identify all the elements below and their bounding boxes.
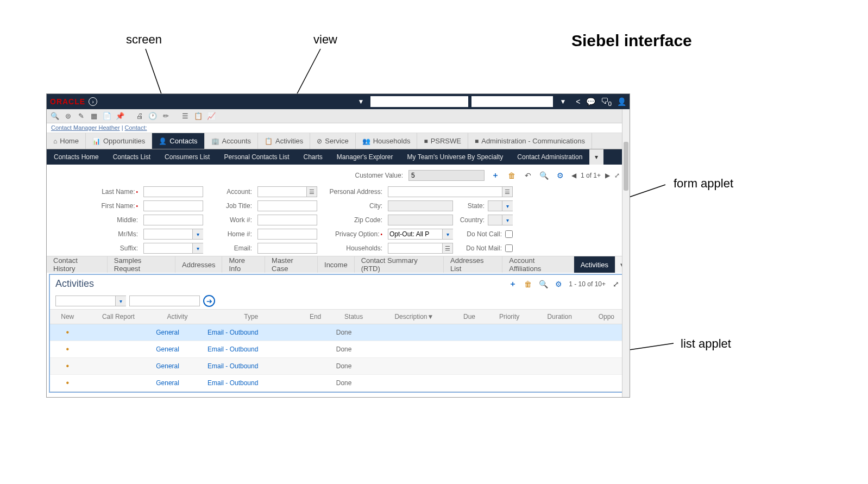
list-filter-input[interactable] bbox=[129, 296, 200, 306]
toolbar-print-icon[interactable]: 🖨 bbox=[134, 110, 146, 122]
breadcrumb-link-1[interactable]: Contact Manager Heather bbox=[51, 124, 120, 131]
chk-do-not-call[interactable] bbox=[505, 230, 513, 238]
view-tab-consumers-list[interactable]: Consumers List bbox=[158, 149, 217, 165]
toolbar-edit-icon[interactable]: ✎ bbox=[75, 110, 87, 122]
mrms-caret-icon[interactable]: ▾ bbox=[192, 229, 203, 240]
view-tab-my-team-s-universe-by-specialty[interactable]: My Team's Universe By Specialty bbox=[400, 149, 511, 165]
col-duration[interactable]: Duration bbox=[533, 310, 587, 324]
pager-next-icon[interactable]: ▶ bbox=[605, 172, 610, 179]
screen-tab-administration---communications[interactable]: ■Administration - Communications bbox=[468, 133, 592, 149]
chat-icon[interactable]: 💬 bbox=[586, 97, 595, 106]
view-tab-personal-contacts-list[interactable]: Personal Contacts List bbox=[217, 149, 296, 165]
col-new[interactable]: New bbox=[50, 310, 85, 324]
cell-activity[interactable]: General bbox=[156, 329, 179, 336]
col-end[interactable]: End bbox=[299, 310, 331, 324]
col-type[interactable]: Type bbox=[203, 310, 299, 324]
search-dropdown-caret[interactable]: ▼ bbox=[556, 98, 569, 105]
view-tab-manager-s-explorer[interactable]: Manager's Explorer bbox=[330, 149, 400, 165]
toolbar-pencil-icon[interactable]: ✏ bbox=[160, 110, 172, 122]
list-filter-go-icon[interactable]: ➔ bbox=[203, 295, 215, 307]
pager-expand-icon[interactable]: ⤢ bbox=[614, 172, 620, 179]
col-priority[interactable]: Priority bbox=[486, 310, 533, 324]
privacy-caret-icon[interactable]: ▾ bbox=[442, 229, 453, 240]
table-row[interactable]: •GeneralEmail - OutboundDone bbox=[50, 375, 626, 392]
table-row[interactable]: •GeneralEmail - OutboundDone bbox=[50, 341, 626, 358]
input-middle[interactable] bbox=[143, 215, 203, 225]
screen-tab-home[interactable]: ⌂Home bbox=[47, 133, 86, 149]
toolbar-copy-icon[interactable]: 📋 bbox=[192, 110, 204, 122]
view-tab-contacts-home[interactable]: Contacts Home bbox=[47, 149, 106, 165]
input-zip[interactable] bbox=[388, 215, 453, 225]
pick-address-icon[interactable]: ☰ bbox=[502, 186, 513, 197]
detail-tab-addresses[interactable]: Addresses bbox=[175, 256, 222, 273]
notifications-icon[interactable]: 🗨0 bbox=[601, 97, 612, 107]
form-new-icon[interactable]: ＋ bbox=[490, 170, 501, 181]
cell-type[interactable]: Email - Outbound bbox=[207, 345, 258, 353]
cell-type[interactable]: Email - Outbound bbox=[207, 362, 258, 370]
view-tab-more[interactable]: ▾ bbox=[589, 149, 603, 165]
input-job-title[interactable] bbox=[257, 200, 317, 211]
toolbar-search-icon[interactable]: 🔍 bbox=[49, 110, 61, 122]
col-description-[interactable]: Description▼ bbox=[375, 310, 452, 324]
detail-tab-addresses-list[interactable]: Addresses List bbox=[444, 256, 502, 273]
suffix-caret-icon[interactable]: ▾ bbox=[192, 243, 203, 254]
toolbar-chart-icon[interactable]: 📈 bbox=[205, 110, 217, 122]
view-tab-contacts-list[interactable]: Contacts List bbox=[106, 149, 158, 165]
toolbar-pin-icon[interactable]: 📌 bbox=[114, 110, 126, 122]
table-row[interactable]: •GeneralEmail - OutboundDone bbox=[50, 358, 626, 375]
table-row[interactable]: •GeneralEmail - OutboundDone bbox=[50, 324, 626, 341]
country-caret-icon[interactable]: ▾ bbox=[502, 215, 513, 225]
form-query-icon[interactable]: 🔍 bbox=[539, 170, 550, 181]
list-expand-icon[interactable]: ⤢ bbox=[611, 280, 621, 288]
form-delete-icon[interactable]: 🗑 bbox=[506, 170, 517, 181]
detail-tab-activities[interactable]: Activities bbox=[574, 256, 615, 273]
input-last-name[interactable] bbox=[143, 186, 203, 197]
input-work[interactable] bbox=[257, 215, 317, 225]
global-search-input[interactable] bbox=[370, 96, 468, 107]
screen-tab-contacts[interactable]: 👤Contacts bbox=[152, 133, 204, 149]
customer-value-input[interactable] bbox=[408, 170, 485, 181]
screen-tab-activities[interactable]: 📋Activities bbox=[258, 133, 310, 149]
list-query-icon[interactable]: 🔍 bbox=[538, 280, 548, 288]
form-settings-icon[interactable]: ⚙ bbox=[555, 170, 566, 181]
search-scope-dropdown[interactable]: ▼ bbox=[355, 98, 368, 105]
form-undo-icon[interactable]: ↶ bbox=[523, 170, 533, 181]
col-status[interactable]: Status bbox=[332, 310, 376, 324]
col-activity[interactable]: Activity bbox=[152, 310, 203, 324]
nav-toggle-icon[interactable]: › bbox=[89, 97, 97, 106]
vertical-scrollbar[interactable] bbox=[622, 109, 630, 397]
breadcrumb-link-2[interactable]: Contact: bbox=[125, 124, 147, 131]
cell-type[interactable]: Email - Outbound bbox=[207, 329, 258, 336]
detail-tab-contact-summary-rtd-[interactable]: Contact Summary (RTD) bbox=[355, 256, 444, 273]
list-settings-icon[interactable]: ⚙ bbox=[553, 280, 563, 288]
input-personal-address[interactable] bbox=[388, 186, 513, 197]
share-icon[interactable]: < bbox=[576, 97, 580, 106]
pick-households-icon[interactable]: ☰ bbox=[442, 243, 453, 254]
cell-activity[interactable]: General bbox=[156, 362, 179, 370]
cell-activity[interactable]: General bbox=[156, 379, 179, 387]
toolbar-layout-icon[interactable]: ▦ bbox=[88, 110, 100, 122]
input-city[interactable] bbox=[388, 200, 453, 211]
list-new-icon[interactable]: ＋ bbox=[508, 279, 518, 289]
toolbar-target-icon[interactable]: ⊚ bbox=[62, 110, 74, 122]
cell-type[interactable]: Email - Outbound bbox=[207, 379, 258, 387]
toolbar-clock-icon[interactable]: 🕐 bbox=[147, 110, 159, 122]
cell-activity[interactable]: General bbox=[156, 345, 179, 353]
toolbar-list-icon[interactable]: ☰ bbox=[179, 110, 191, 122]
detail-tab-more-info[interactable]: More Info bbox=[222, 256, 265, 273]
chk-do-not-mail[interactable] bbox=[505, 244, 513, 252]
global-search-input-2[interactable] bbox=[471, 96, 553, 107]
list-delete-icon[interactable]: 🗑 bbox=[523, 280, 533, 288]
screen-tab-psrswe[interactable]: ■PSRSWE bbox=[417, 133, 468, 149]
detail-tab-income[interactable]: Income bbox=[318, 256, 355, 273]
state-caret-icon[interactable]: ▾ bbox=[502, 200, 513, 211]
detail-tab-samples-request[interactable]: Samples Request bbox=[108, 256, 175, 273]
input-first-name[interactable] bbox=[143, 200, 203, 211]
list-filter-caret-icon[interactable]: ▾ bbox=[115, 296, 126, 306]
detail-tab-account-affiliations[interactable]: Account Affiliations bbox=[502, 256, 574, 273]
input-home[interactable] bbox=[257, 229, 317, 240]
detail-tab-contact-history[interactable]: Contact History bbox=[47, 256, 108, 273]
screen-tab-accounts[interactable]: 🏢Accounts bbox=[205, 133, 258, 149]
scrollbar-thumb[interactable] bbox=[624, 142, 628, 191]
col-call-report[interactable]: Call Report bbox=[85, 310, 152, 324]
